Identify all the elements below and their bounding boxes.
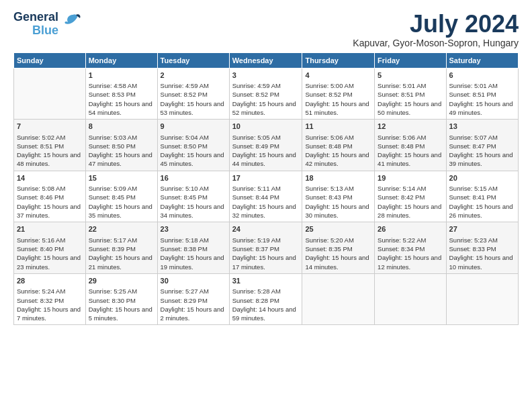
- daylight-text: Daylight: 15 hours and 49 minutes.: [449, 100, 513, 116]
- sunset-text: Sunset: 8:48 PM: [378, 142, 425, 150]
- daylight-text: Daylight: 15 hours and 7 minutes.: [17, 306, 81, 322]
- day-number: 29: [89, 276, 154, 286]
- daylight-text: Daylight: 15 hours and 52 minutes.: [232, 100, 296, 116]
- sunrise-text: Sunrise: 5:15 AM: [449, 185, 498, 192]
- sunrise-text: Sunrise: 5:06 AM: [305, 134, 353, 141]
- header-friday: Friday: [375, 52, 446, 68]
- table-cell: 7Sunrise: 5:02 AMSunset: 8:51 PMDaylight…: [14, 120, 86, 171]
- daylight-text: Daylight: 15 hours and 50 minutes.: [378, 100, 441, 116]
- sunrise-text: Sunrise: 5:27 AM: [161, 287, 209, 295]
- table-row-week-2: 7Sunrise: 5:02 AMSunset: 8:51 PMDaylight…: [14, 120, 519, 171]
- sunrise-text: Sunrise: 5:23 AM: [449, 236, 498, 244]
- day-number: 30: [161, 276, 226, 286]
- header-sunday: Sunday: [14, 52, 86, 68]
- table-cell: 25Sunrise: 5:20 AMSunset: 8:35 PMDayligh…: [302, 222, 375, 274]
- table-cell: 22Sunrise: 5:17 AMSunset: 8:39 PMDayligh…: [85, 222, 157, 274]
- header: General Blue July 2024 Kapuvar, Gyor-Mos…: [13, 11, 519, 48]
- day-number: 5: [378, 71, 443, 81]
- daylight-text: Daylight: 15 hours and 12 minutes.: [378, 254, 441, 270]
- day-number: 28: [17, 276, 83, 286]
- sunrise-text: Sunrise: 5:22 AM: [378, 236, 426, 244]
- table-cell: 9Sunrise: 5:04 AMSunset: 8:50 PMDaylight…: [157, 120, 229, 171]
- table-cell: 30Sunrise: 5:27 AMSunset: 8:29 PMDayligh…: [157, 273, 229, 325]
- daylight-text: Daylight: 15 hours and 21 minutes.: [89, 254, 152, 270]
- sunset-text: Sunset: 8:45 PM: [89, 193, 136, 201]
- table-cell: 13Sunrise: 5:07 AMSunset: 8:47 PMDayligh…: [446, 120, 518, 171]
- sunset-text: Sunset: 8:34 PM: [378, 245, 425, 253]
- day-number: 25: [305, 224, 371, 234]
- daylight-text: Daylight: 15 hours and 5 minutes.: [89, 306, 152, 322]
- sunrise-text: Sunrise: 5:16 AM: [17, 236, 65, 244]
- table-cell: 23Sunrise: 5:18 AMSunset: 8:38 PMDayligh…: [157, 222, 229, 274]
- day-number: 17: [232, 173, 300, 183]
- sunset-text: Sunset: 8:37 PM: [232, 245, 279, 253]
- table-cell: 29Sunrise: 5:25 AMSunset: 8:30 PMDayligh…: [85, 273, 157, 325]
- table-row-week-4: 21Sunrise: 5:16 AMSunset: 8:40 PMDayligh…: [14, 222, 519, 274]
- day-number: 13: [449, 122, 515, 132]
- daylight-text: Daylight: 15 hours and 44 minutes.: [232, 151, 296, 167]
- day-number: 6: [449, 71, 515, 81]
- sunset-text: Sunset: 8:53 PM: [89, 91, 136, 98]
- table-cell: [302, 273, 375, 325]
- sunrise-text: Sunrise: 5:13 AM: [305, 185, 353, 192]
- daylight-text: Daylight: 15 hours and 45 minutes.: [161, 151, 224, 167]
- table-cell: 27Sunrise: 5:23 AMSunset: 8:33 PMDayligh…: [446, 222, 518, 274]
- sunset-text: Sunset: 8:30 PM: [89, 297, 136, 304]
- sunset-text: Sunset: 8:38 PM: [161, 245, 208, 253]
- sunrise-text: Sunrise: 5:11 AM: [232, 185, 281, 192]
- title-block: July 2024 Kapuvar, Gyor-Moson-Sopron, Hu…: [353, 11, 519, 48]
- sunset-text: Sunset: 8:35 PM: [305, 245, 352, 253]
- sunset-text: Sunset: 8:42 PM: [378, 193, 425, 201]
- logo-blue: Blue: [32, 24, 58, 38]
- sunset-text: Sunset: 8:51 PM: [378, 91, 425, 98]
- day-number: 4: [305, 71, 371, 81]
- day-number: 31: [232, 276, 300, 286]
- table-cell: 6Sunrise: 5:01 AMSunset: 8:51 PMDaylight…: [446, 68, 518, 120]
- sunset-text: Sunset: 8:50 PM: [161, 142, 208, 150]
- sunset-text: Sunset: 8:52 PM: [305, 91, 352, 98]
- day-number: 15: [89, 173, 154, 183]
- sunrise-text: Sunrise: 5:05 AM: [232, 134, 281, 141]
- sunset-text: Sunset: 8:32 PM: [17, 297, 64, 304]
- logo-general: General: [13, 11, 58, 24]
- sunrise-text: Sunrise: 5:03 AM: [89, 134, 137, 141]
- table-cell: 5Sunrise: 5:01 AMSunset: 8:51 PMDaylight…: [375, 68, 446, 120]
- daylight-text: Daylight: 14 hours and 59 minutes.: [232, 306, 296, 322]
- daylight-text: Daylight: 15 hours and 39 minutes.: [449, 151, 513, 167]
- header-monday: Monday: [85, 52, 157, 68]
- table-cell: 10Sunrise: 5:05 AMSunset: 8:49 PMDayligh…: [229, 120, 302, 171]
- sunset-text: Sunset: 8:43 PM: [305, 193, 352, 201]
- day-number: 14: [17, 173, 83, 183]
- sunset-text: Sunset: 8:41 PM: [449, 193, 496, 201]
- table-cell: 11Sunrise: 5:06 AMSunset: 8:48 PMDayligh…: [302, 120, 375, 171]
- day-number: 8: [89, 122, 154, 132]
- daylight-text: Daylight: 15 hours and 51 minutes.: [305, 100, 369, 116]
- sunrise-text: Sunrise: 5:02 AM: [17, 134, 65, 141]
- table-row-week-5: 28Sunrise: 5:24 AMSunset: 8:32 PMDayligh…: [14, 273, 519, 325]
- sunset-text: Sunset: 8:33 PM: [449, 245, 496, 253]
- table-cell: 31Sunrise: 5:28 AMSunset: 8:28 PMDayligh…: [229, 273, 302, 325]
- day-number: 22: [89, 224, 154, 234]
- table-cell: 18Sunrise: 5:13 AMSunset: 8:43 PMDayligh…: [302, 171, 375, 222]
- table-cell: 4Sunrise: 5:00 AMSunset: 8:52 PMDaylight…: [302, 68, 375, 120]
- daylight-text: Daylight: 15 hours and 23 minutes.: [17, 254, 81, 270]
- sunset-text: Sunset: 8:50 PM: [89, 142, 136, 150]
- day-number: 10: [232, 122, 300, 132]
- sunset-text: Sunset: 8:29 PM: [161, 297, 208, 304]
- header-wednesday: Wednesday: [229, 52, 302, 68]
- day-number: 26: [378, 224, 443, 234]
- sunrise-text: Sunrise: 5:07 AM: [449, 134, 498, 141]
- day-number: 24: [232, 224, 300, 234]
- day-number: 20: [449, 173, 515, 183]
- sunrise-text: Sunrise: 5:00 AM: [305, 82, 353, 89]
- day-number: 23: [161, 224, 226, 234]
- daylight-text: Daylight: 15 hours and 34 minutes.: [161, 203, 224, 219]
- table-cell: 19Sunrise: 5:14 AMSunset: 8:42 PMDayligh…: [375, 171, 446, 222]
- daylight-text: Daylight: 15 hours and 32 minutes.: [232, 203, 296, 219]
- daylight-text: Daylight: 15 hours and 35 minutes.: [89, 203, 152, 219]
- table-cell: 26Sunrise: 5:22 AMSunset: 8:34 PMDayligh…: [375, 222, 446, 274]
- day-number: 3: [232, 71, 300, 81]
- table-cell: 1Sunrise: 4:58 AMSunset: 8:53 PMDaylight…: [85, 68, 157, 120]
- daylight-text: Daylight: 15 hours and 10 minutes.: [449, 254, 513, 270]
- day-number: 16: [161, 173, 226, 183]
